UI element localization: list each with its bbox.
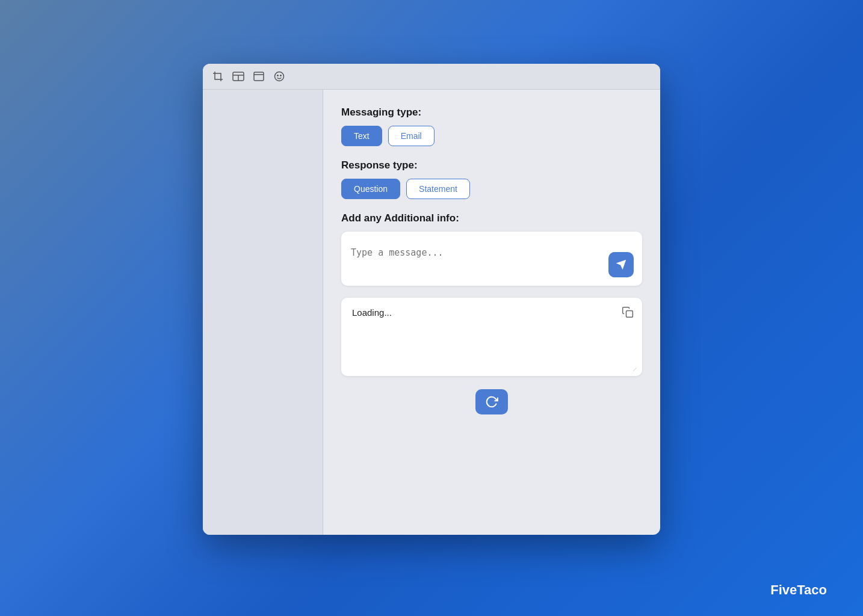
additional-info-label: Add any Additional info: xyxy=(341,212,642,224)
message-input-wrapper xyxy=(341,232,642,286)
svg-point-5 xyxy=(275,72,284,81)
statement-button[interactable]: Statement xyxy=(406,179,470,199)
svg-rect-8 xyxy=(626,310,633,317)
messaging-type-label: Messaging type: xyxy=(341,106,642,119)
text-button[interactable]: Text xyxy=(341,126,382,146)
send-button[interactable] xyxy=(608,252,634,277)
question-button[interactable]: Question xyxy=(341,179,400,199)
send-icon xyxy=(615,259,627,271)
app-window: Messaging type: Text Email Response type… xyxy=(203,64,660,535)
svg-rect-3 xyxy=(254,72,264,81)
resize-handle: ⟋ xyxy=(631,365,639,374)
output-text: Loading... xyxy=(352,307,633,318)
regenerate-icon xyxy=(485,395,498,408)
sidebar xyxy=(203,90,323,535)
messaging-type-buttons: Text Email xyxy=(341,126,642,146)
response-type-buttons: Question Statement xyxy=(341,179,642,199)
copy-button[interactable] xyxy=(622,306,634,321)
brand-logo: FiveTaco xyxy=(770,582,827,598)
message-input[interactable] xyxy=(351,247,602,277)
regenerate-button[interactable] xyxy=(475,389,508,414)
copy-icon xyxy=(622,306,634,318)
emoji-icon[interactable] xyxy=(273,70,286,83)
window-content: Messaging type: Text Email Response type… xyxy=(203,90,660,535)
brand-name: FiveTaco xyxy=(770,582,827,597)
main-panel: Messaging type: Text Email Response type… xyxy=(323,90,660,535)
crop-icon[interactable] xyxy=(211,70,224,83)
output-box: Loading... ⟋ xyxy=(341,298,642,376)
window-icon[interactable] xyxy=(252,70,265,83)
layout-icon[interactable] xyxy=(232,70,245,83)
toolbar xyxy=(203,64,660,90)
response-type-label: Response type: xyxy=(341,159,642,171)
email-button[interactable]: Email xyxy=(388,126,435,146)
svg-point-7 xyxy=(280,75,282,76)
svg-point-6 xyxy=(277,75,279,76)
